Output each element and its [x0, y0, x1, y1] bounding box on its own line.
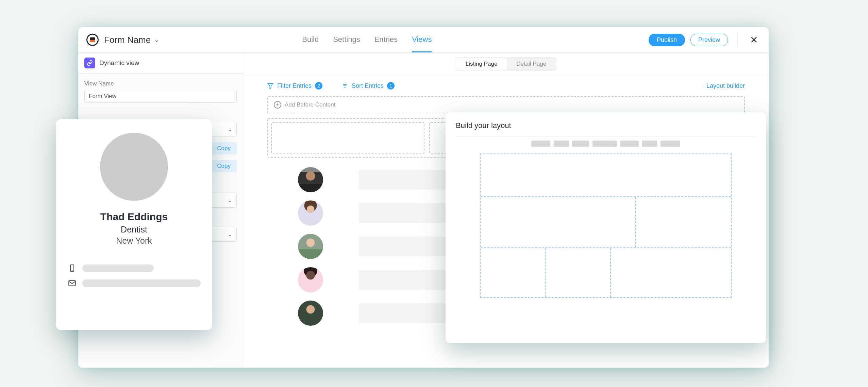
layout-builder-panel: Build your layout — [446, 112, 766, 343]
placeholder-bar — [82, 279, 201, 287]
layout-builder-link[interactable]: Layout builder — [706, 82, 745, 90]
divider — [737, 32, 738, 47]
layout-cell[interactable] — [271, 122, 424, 154]
divider — [456, 136, 756, 136]
sort-count-badge: 1 — [387, 82, 395, 90]
view-type-row[interactable]: Dynamic view — [78, 53, 243, 74]
profile-location: New York — [116, 236, 152, 246]
add-before-label: Add Before Content — [285, 101, 335, 108]
page-segment-row: Listing Page Detail Page — [243, 53, 769, 75]
tab-entries[interactable]: Entries — [374, 28, 398, 52]
profile-contact — [67, 263, 201, 293]
chevron-down-icon: ⌄ — [154, 36, 159, 44]
svg-marker-0 — [268, 83, 273, 88]
filter-entries-button[interactable]: Filter Entries 2 — [267, 82, 322, 90]
filter-label: Filter Entries — [277, 82, 312, 90]
avatar — [298, 234, 323, 259]
profile-email-row — [67, 278, 201, 288]
profile-phone-row — [67, 263, 201, 273]
profile-card: Thad Eddings Dentist New York — [56, 119, 212, 330]
view-type-label: Dynamic view — [99, 59, 139, 67]
tab-views[interactable]: Views — [412, 28, 432, 52]
topbar: Form Name ⌄ Build Settings Entries Views… — [78, 27, 769, 53]
filter-count-badge: 2 — [315, 82, 322, 90]
placeholder-bar — [82, 264, 154, 272]
tab-build[interactable]: Build — [302, 28, 319, 52]
sort-label: Sort Entries — [352, 82, 384, 90]
close-icon[interactable]: ✕ — [747, 34, 761, 46]
chevron-down-icon: ⌄ — [227, 230, 232, 238]
avatar — [298, 267, 323, 292]
form-title-dropdown[interactable]: Form Name ⌄ — [104, 35, 159, 45]
avatar — [298, 200, 323, 226]
avatar — [298, 301, 323, 326]
view-name-input[interactable] — [84, 90, 237, 103]
copy-button-1[interactable]: Copy — [211, 142, 237, 155]
skeleton-row — [456, 141, 756, 147]
sort-icon — [341, 82, 348, 89]
page-segment: Listing Page Detail Page — [456, 58, 556, 70]
segment-detail[interactable]: Detail Page — [507, 58, 556, 70]
segment-listing[interactable]: Listing Page — [456, 58, 507, 70]
plus-circle-icon: + — [274, 101, 281, 109]
preview-button[interactable]: Preview — [690, 34, 728, 46]
avatar — [298, 167, 323, 192]
form-title-text: Form Name — [104, 35, 151, 45]
view-name-label: View Name — [84, 80, 237, 87]
layout-builder-title: Build your layout — [456, 121, 756, 130]
nav-tabs: Build Settings Entries Views — [302, 28, 432, 52]
list-toolbar: Filter Entries 2 Sort Entries 1 Layout b… — [243, 75, 769, 94]
layout-grid[interactable] — [480, 154, 732, 298]
sort-entries-button[interactable]: Sort Entries 1 — [341, 82, 395, 90]
tab-settings[interactable]: Settings — [333, 28, 360, 52]
add-before-content[interactable]: + Add Before Content — [267, 96, 745, 113]
chevron-down-icon: ⌄ — [227, 196, 232, 204]
profile-avatar — [100, 133, 168, 201]
link-icon — [84, 58, 95, 68]
profile-role: Dentist — [121, 225, 147, 235]
mail-icon — [67, 278, 77, 288]
topbar-actions: Publish Preview ✕ — [649, 32, 761, 47]
chevron-down-icon: ⌄ — [227, 126, 232, 133]
publish-button[interactable]: Publish — [649, 34, 685, 46]
phone-icon — [67, 263, 77, 273]
copy-button-2[interactable]: Copy — [211, 160, 237, 172]
profile-name: Thad Eddings — [100, 211, 168, 223]
app-logo — [86, 34, 99, 46]
filter-icon — [267, 82, 274, 89]
